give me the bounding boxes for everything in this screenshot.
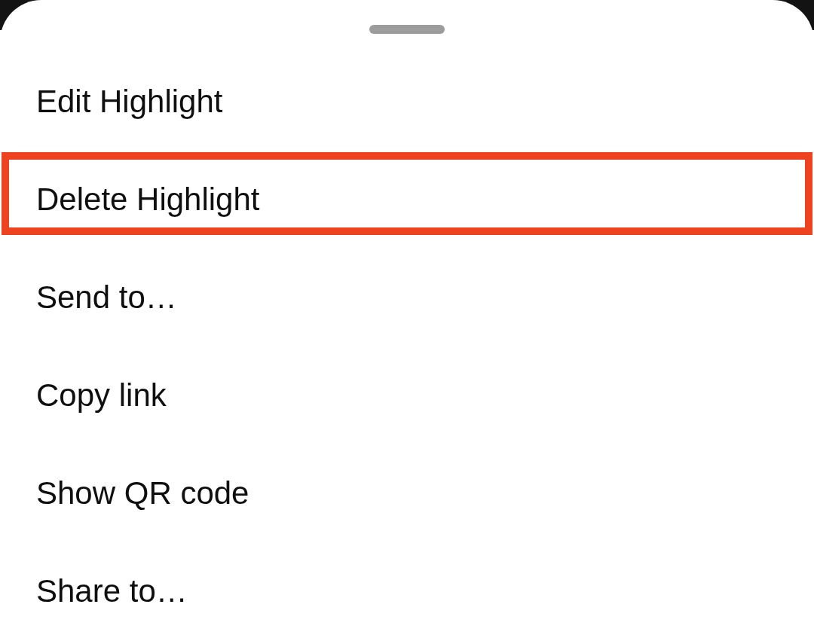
menu-item-edit-highlight[interactable]: Edit Highlight	[0, 53, 814, 151]
menu-item-send-to[interactable]: Send to…	[0, 249, 814, 346]
menu-item-label: Delete Highlight	[36, 182, 260, 218]
menu-item-delete-highlight[interactable]: Delete Highlight	[0, 151, 814, 249]
sheet-panel: Edit Highlight Delete Highlight Send to……	[0, 0, 814, 644]
menu-item-label: Share to…	[36, 573, 188, 609]
menu-item-label: Edit Highlight	[36, 84, 222, 120]
menu-item-label: Copy link	[36, 377, 167, 414]
menu-item-label: Show QR code	[36, 475, 249, 511]
menu-item-share-to[interactable]: Share to…	[0, 542, 814, 640]
drag-handle[interactable]	[369, 25, 445, 34]
menu-list: Edit Highlight Delete Highlight Send to……	[0, 53, 814, 640]
menu-item-label: Send to…	[36, 279, 177, 316]
menu-item-copy-link[interactable]: Copy link	[0, 346, 814, 444]
bottom-sheet: Edit Highlight Delete Highlight Send to……	[0, 0, 814, 644]
menu-item-show-qr-code[interactable]: Show QR code	[0, 444, 814, 542]
